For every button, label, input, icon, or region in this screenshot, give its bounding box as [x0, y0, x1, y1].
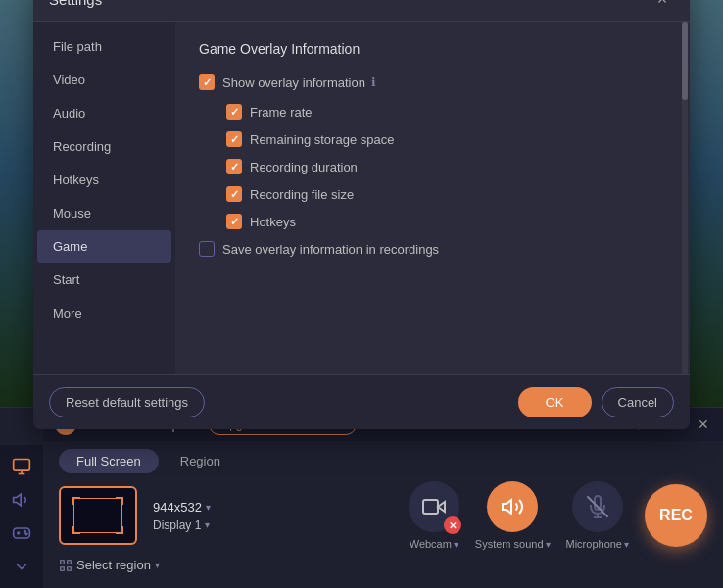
side-icon-screen[interactable]	[6, 453, 37, 480]
hotkeys-checkbox[interactable]	[226, 214, 242, 229]
sidebar-item-game[interactable]: Game	[37, 230, 171, 263]
dialog-close-button[interactable]: ×	[651, 0, 674, 11]
save-overlay-label: Save overlay information in recordings	[222, 242, 439, 257]
recorder-bar-content: R EaseUS RecExperts Upgrade to Full Vers…	[43, 408, 723, 572]
svg-rect-9	[423, 500, 438, 514]
sidebar-item-file-path[interactable]: File path	[37, 30, 171, 63]
sidebar-item-video[interactable]: Video	[37, 64, 171, 96]
screen-preview	[59, 486, 137, 545]
recording-duration-row: Recording duration	[226, 159, 666, 174]
sidebar-item-more[interactable]: More	[37, 297, 171, 329]
region-chevron-icon: ▾	[155, 560, 160, 570]
tab-full-screen[interactable]: Full Screen	[59, 449, 159, 473]
scrollbar-thumb[interactable]	[682, 22, 688, 100]
svg-rect-0	[14, 460, 30, 471]
resolution-value: 944x532	[153, 500, 202, 514]
info-icon[interactable]: ℹ	[371, 75, 376, 89]
hotkeys-row: Hotkeys	[226, 214, 666, 229]
show-overlay-row: Show overlay information ℹ	[199, 74, 666, 90]
rec-label: REC	[659, 507, 693, 524]
microphone-control[interactable]: Microphone ▾	[566, 481, 629, 550]
scrollbar-track[interactable]	[682, 22, 688, 374]
microphone-chevron-icon: ▾	[624, 539, 629, 550]
resolution-chevron-icon: ▾	[206, 502, 211, 513]
display-selector[interactable]: Display 1 ▾	[153, 518, 211, 532]
cancel-button[interactable]: Cancel	[602, 387, 674, 417]
recording-filesize-row: Recording file size	[226, 186, 666, 202]
remaining-storage-label: Remaining storage space	[250, 132, 394, 147]
system-sound-chevron-icon: ▾	[546, 539, 551, 550]
resolution-selector[interactable]: 944x532 ▾	[153, 500, 211, 514]
webcam-label: Webcam ▾	[410, 538, 458, 550]
system-sound-label: System sound ▾	[475, 538, 551, 550]
svg-marker-10	[503, 500, 511, 514]
system-sound-control[interactable]: System sound ▾	[475, 481, 551, 550]
dialog-body: File path Video Audio Recording Hotkeys …	[33, 22, 690, 374]
sidebar-item-start[interactable]: Start	[37, 264, 171, 296]
dialog-title: Settings	[49, 0, 102, 8]
corner-tr	[116, 497, 123, 505]
frame-rate-row: Frame rate	[226, 104, 666, 120]
svg-marker-3	[14, 494, 22, 506]
side-icon-game[interactable]	[6, 519, 37, 547]
recording-duration-label: Recording duration	[250, 160, 358, 174]
show-overlay-label: Show overlay information	[222, 75, 365, 90]
corner-br	[116, 526, 123, 534]
footer-right: OK Cancel	[518, 387, 674, 417]
webcam-disabled-badge: ✕	[444, 516, 461, 534]
microphone-icon	[572, 481, 623, 532]
bottom-row: Select region ▾	[43, 558, 723, 572]
recorder-bar: R EaseUS RecExperts Upgrade to Full Vers…	[0, 407, 723, 588]
webcam-chevron-icon: ▾	[454, 539, 458, 550]
webcam-icon: ✕	[409, 481, 459, 532]
recording-filesize-checkbox[interactable]	[226, 186, 242, 202]
settings-dialog: Settings × File path Video Audio Recordi…	[33, 0, 690, 429]
microphone-label: Microphone ▾	[566, 538, 629, 550]
settings-content: Game Overlay Information Show overlay in…	[175, 22, 690, 374]
resolution-block: 944x532 ▾ Display 1 ▾	[153, 500, 211, 532]
rec-button[interactable]: REC	[645, 484, 707, 547]
frame-rate-label: Frame rate	[250, 105, 313, 120]
mode-tabs: Full Screen Region	[43, 441, 723, 473]
tab-region[interactable]: Region	[163, 449, 238, 473]
ok-button[interactable]: OK	[518, 387, 592, 417]
dialog-overlay: Settings × File path Video Audio Recordi…	[0, 0, 723, 407]
remaining-storage-row: Remaining storage space	[226, 131, 666, 147]
webcam-control[interactable]: ✕ Webcam ▾	[409, 481, 459, 550]
remaining-storage-checkbox[interactable]	[226, 131, 242, 147]
select-region-label: Select region	[76, 558, 151, 572]
controls-row: 944x532 ▾ Display 1 ▾ ✕ Webcam	[43, 473, 723, 558]
settings-sidebar: File path Video Audio Recording Hotkeys …	[33, 22, 175, 374]
save-overlay-checkbox[interactable]	[199, 241, 215, 257]
side-icon-audio[interactable]	[6, 486, 37, 514]
dialog-titlebar: Settings ×	[33, 0, 690, 22]
side-icons	[0, 445, 43, 588]
recording-filesize-label: Recording file size	[250, 187, 354, 202]
display-value: Display 1	[153, 518, 201, 532]
sidebar-item-hotkeys[interactable]: Hotkeys	[37, 164, 171, 196]
close-button[interactable]: ✕	[696, 416, 711, 432]
select-region-button[interactable]: Select region ▾	[59, 558, 160, 572]
show-overlay-checkbox[interactable]	[199, 74, 215, 90]
content-title: Game Overlay Information	[199, 41, 666, 57]
frame-rate-checkbox[interactable]	[226, 104, 242, 120]
corner-tl	[72, 497, 80, 505]
svg-point-8	[25, 533, 27, 535]
display-chevron-icon: ▾	[205, 519, 210, 530]
save-overlay-row: Save overlay information in recordings	[199, 241, 666, 257]
svg-point-7	[24, 531, 26, 533]
side-icon-more[interactable]	[6, 553, 37, 580]
sidebar-item-mouse[interactable]: Mouse	[37, 197, 171, 229]
corner-bl	[72, 526, 80, 534]
sidebar-item-recording[interactable]: Recording	[37, 130, 171, 163]
dialog-footer: Reset default settings OK Cancel	[33, 374, 690, 429]
screen-inner	[73, 498, 122, 533]
recording-duration-checkbox[interactable]	[226, 159, 242, 174]
system-sound-icon	[487, 481, 538, 532]
sidebar-item-audio[interactable]: Audio	[37, 97, 171, 129]
reset-defaults-button[interactable]: Reset default settings	[49, 387, 205, 417]
select-region-icon	[59, 559, 72, 572]
overlay-sub-items: Frame rate Remaining storage space Recor…	[226, 104, 666, 229]
hotkeys-label: Hotkeys	[250, 215, 296, 229]
